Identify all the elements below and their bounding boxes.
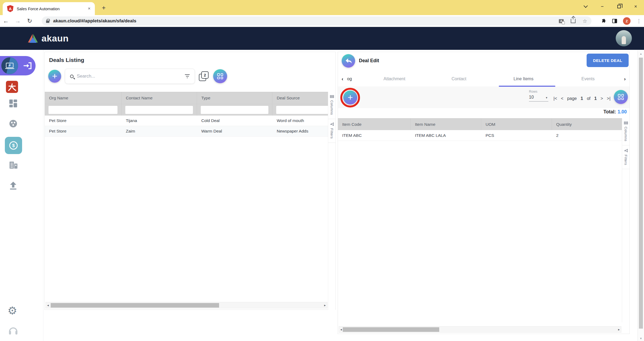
tab-line-items[interactable]: Line Items	[491, 76, 556, 81]
minimize-button[interactable]: −	[594, 0, 611, 13]
scroll-right-icon[interactable]: ►	[323, 304, 327, 307]
total-label: Total:	[604, 109, 616, 114]
tab-events[interactable]: Events	[556, 76, 621, 81]
deal-row[interactable]: Pet Store Zaim Warm Deal Newspaper Adds	[45, 126, 328, 137]
tabs-scroll-left-icon[interactable]: ‹	[338, 76, 347, 82]
rows-per-page-select[interactable]: 10 ▼	[529, 95, 548, 102]
active-tab-underline	[499, 86, 555, 87]
tabs-scroll-right-icon[interactable]: ›	[620, 76, 629, 82]
scroll-left-icon[interactable]: ◄	[46, 304, 50, 307]
line-items-hscrollbar[interactable]: ◄ ►	[339, 326, 621, 333]
filter-funnel-icon	[330, 122, 334, 126]
duplicate-view-button[interactable]: 2	[199, 71, 209, 81]
line-items-grid-view-button[interactable]	[614, 90, 628, 104]
scroll-right-icon[interactable]: ►	[617, 328, 621, 331]
columns-side-tab[interactable]: Columns	[328, 92, 335, 119]
column-header[interactable]: Item Name	[411, 119, 481, 130]
tab-attachment[interactable]: Attachment	[362, 76, 427, 81]
browser-window: A Sales Force Automation × + − × ← → ↻ a…	[0, 0, 644, 341]
column-header[interactable]: Org Name	[45, 92, 122, 104]
lock-icon	[46, 20, 49, 23]
akaun-logo-icon	[27, 33, 39, 44]
akaun-logo[interactable]: akaun	[27, 33, 69, 44]
cell-deal-source: Word of mouth	[272, 116, 328, 126]
filters-side-tab[interactable]: Filters	[328, 119, 335, 143]
sfa-applet-icon	[1, 57, 18, 74]
deal-row[interactable]: Pet Store Tijana Cold Deal Word of mouth	[45, 116, 328, 126]
browser-profile-avatar[interactable]: Z	[623, 17, 631, 25]
sidebar-item-sfa-applet-active[interactable]	[0, 56, 36, 75]
columns-icon	[330, 95, 334, 98]
line-items-hscroll-thumb[interactable]	[343, 327, 439, 332]
deals-hscroll-thumb[interactable]	[51, 303, 219, 308]
column-header[interactable]: UOM	[481, 119, 552, 130]
close-button[interactable]: ×	[627, 0, 644, 13]
plus-icon: +	[52, 71, 57, 81]
scroll-down-icon[interactable]: ▼	[638, 337, 644, 340]
column-header[interactable]: Contact Name	[122, 92, 197, 104]
reload-icon[interactable]: ↻	[24, 18, 36, 25]
deals-search-input[interactable]	[77, 74, 182, 79]
sidebar-item-organization[interactable]	[9, 161, 18, 169]
support-headset-icon[interactable]	[8, 326, 18, 335]
line-item-row[interactable]: ITEM ABC ITEM ABC LALA PCS 2	[338, 130, 622, 141]
browser-menu-icon[interactable]: ⋮	[636, 18, 641, 24]
share-icon[interactable]	[571, 19, 576, 23]
grid-view-button[interactable]	[213, 69, 227, 83]
page-vscroll-thumb[interactable]	[639, 58, 643, 329]
new-tab-button[interactable]: +	[100, 4, 108, 12]
column-header[interactable]: Item Code	[338, 119, 411, 130]
tab-close-icon[interactable]: ×	[88, 6, 91, 11]
next-page-icon[interactable]: >	[601, 96, 603, 101]
browser-tab[interactable]: A Sales Force Automation ×	[3, 2, 95, 15]
translate-icon[interactable]: A	[559, 19, 564, 23]
total-line: Total:1.00	[604, 109, 627, 115]
filter-funnel-icon	[624, 149, 628, 152]
columns-side-tab[interactable]: Columns	[622, 118, 629, 145]
address-bar[interactable]: akaun.cloud/#/applets/akaun/sfa/deals A …	[42, 16, 591, 26]
logo-text: akaun	[41, 33, 69, 44]
cell-org-name: Pet Store	[45, 116, 122, 126]
side-panel-icon[interactable]	[612, 19, 617, 23]
user-avatar[interactable]	[616, 30, 632, 46]
restore-button[interactable]	[611, 0, 627, 13]
sidebar-item-apps[interactable]	[9, 119, 18, 128]
headset-icon	[8, 326, 18, 335]
reel-icon	[9, 119, 18, 128]
page-vscrollbar[interactable]: ▲ ▼	[638, 51, 644, 341]
settings-gear-icon[interactable]: ⚙	[8, 305, 17, 316]
back-arrow-icon	[345, 58, 352, 64]
sidebar-item-dashboard[interactable]	[9, 99, 18, 108]
grid-icon	[618, 94, 624, 100]
tab-search-icon[interactable]	[577, 0, 594, 13]
tab-partial[interactable]: og	[347, 76, 362, 81]
scroll-up-icon[interactable]: ▲	[638, 51, 644, 55]
filter-input-contact-name[interactable]	[125, 106, 193, 114]
cell-contact-name: Tijana	[122, 116, 197, 126]
back-button[interactable]	[342, 54, 355, 68]
column-header[interactable]: Quantity	[552, 119, 622, 130]
deals-hscrollbar[interactable]: ◄ ►	[46, 302, 327, 308]
duplicate-count: 2	[201, 71, 209, 79]
tab-contact[interactable]: Contact	[427, 76, 491, 81]
column-header[interactable]: Deal Source	[272, 92, 328, 104]
filter-list-icon[interactable]	[185, 74, 190, 78]
sidebar-item-da-applet[interactable]	[6, 81, 18, 93]
column-header[interactable]: Type	[197, 92, 272, 104]
sidebar-item-upload[interactable]	[9, 181, 18, 190]
first-page-icon[interactable]: |<	[553, 96, 557, 101]
forward-icon[interactable]: →	[12, 18, 24, 25]
filters-side-tab[interactable]: Filters	[622, 145, 629, 169]
filter-input-deal-source[interactable]	[276, 106, 328, 114]
filter-input-type[interactable]	[201, 106, 268, 114]
prev-page-icon[interactable]: <	[561, 96, 563, 101]
sidebar-item-sales-active[interactable]: $	[5, 137, 22, 154]
filter-input-org-name[interactable]	[49, 106, 117, 114]
bookmark-star-icon[interactable]: ☆	[583, 18, 587, 24]
building-icon	[9, 161, 18, 169]
extensions-icon[interactable]	[601, 19, 606, 23]
add-deal-button[interactable]: +	[48, 70, 61, 83]
last-page-icon[interactable]: >|	[607, 96, 611, 101]
back-icon[interactable]: ←	[0, 18, 12, 25]
delete-deal-button[interactable]: DELETE DEAL	[587, 54, 629, 67]
